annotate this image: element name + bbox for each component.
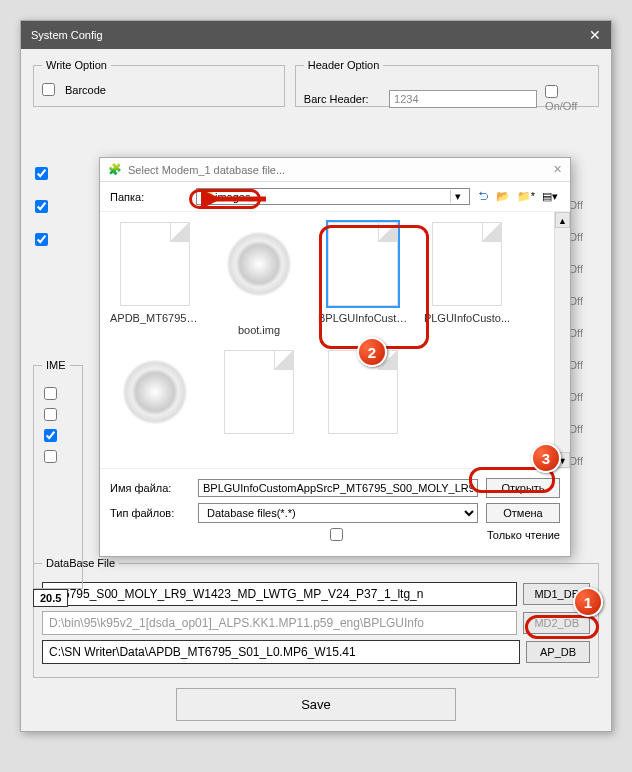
dialog-close-icon[interactable]: ✕ — [553, 163, 562, 176]
imei-c4[interactable] — [44, 450, 57, 463]
header-option-legend: Header Option — [304, 59, 384, 71]
file-item[interactable]: boot.img — [214, 222, 304, 336]
annotation-badge-2: 2 — [357, 337, 387, 367]
barc-header-input[interactable] — [389, 90, 537, 108]
database-file-group: DataBase File MD1_DB MD2_DB AP_DB — [33, 557, 599, 678]
annotation-badge-1: 1 — [573, 587, 603, 617]
folder-label: Папка: — [110, 191, 190, 203]
opt-check-2[interactable] — [35, 200, 48, 213]
file-scrollbar[interactable]: ▲ ▼ — [554, 212, 570, 468]
ap-db-button[interactable]: AP_DB — [526, 641, 590, 663]
dialog-title: Select Modem_1 database file... — [128, 164, 285, 176]
window-title: System Config — [31, 29, 103, 41]
ap-path-input[interactable] — [42, 640, 520, 664]
md2-path-input — [42, 611, 517, 635]
open-button[interactable]: Открыть — [486, 478, 560, 498]
file-item[interactable]: APDB_MT6795_S... — [110, 222, 200, 336]
filetype-select[interactable]: Database files(*.*) — [198, 503, 478, 523]
write-option-group: Write Option Barcode — [33, 59, 285, 107]
filename-label: Имя файла: — [110, 482, 190, 494]
barc-header-label: Barc Header: — [304, 93, 381, 105]
imei-c2[interactable] — [44, 408, 57, 421]
newfolder-icon[interactable]: 📁* — [517, 190, 535, 202]
barcode-checkbox[interactable] — [42, 83, 55, 96]
file-item[interactable] — [214, 350, 304, 464]
imei-value: 20.5 — [33, 589, 68, 607]
close-icon[interactable]: ✕ — [589, 27, 601, 43]
annotation-badge-3: 3 — [531, 443, 561, 473]
file-list[interactable]: APDB_MT6795_S... boot.img BPLGUInfoCusto… — [100, 211, 570, 469]
write-option-legend: Write Option — [42, 59, 111, 71]
file-item[interactable] — [318, 350, 408, 464]
imei-c3[interactable] — [44, 429, 57, 442]
cancel-button[interactable]: Отмена — [486, 503, 560, 523]
file-item[interactable] — [110, 350, 200, 464]
md1-path-input[interactable] — [42, 582, 517, 606]
file-dialog: 🧩 Select Modem_1 database file... ✕ Папк… — [99, 157, 571, 557]
file-item[interactable]: PLGUInfoCusto... — [422, 222, 512, 336]
filetype-label: Тип файлов: — [110, 507, 190, 519]
back-icon[interactable]: ⮌ — [478, 190, 489, 202]
annotation-arrow — [201, 187, 271, 211]
readonly-label: Только чтение — [487, 529, 560, 541]
up-icon[interactable]: 📂 — [496, 190, 510, 202]
header-option-group: Header Option Barc Header: On/Off — [295, 59, 599, 107]
opt-check-3[interactable] — [35, 233, 48, 246]
filename-input[interactable] — [198, 479, 478, 497]
opt-check-1[interactable] — [35, 167, 48, 180]
md2-db-button: MD2_DB — [523, 612, 590, 634]
file-item-selected[interactable]: BPLGUInfoCusto... — [318, 222, 408, 336]
dialog-toolbar: ⮌ 📂 📁* ▤▾ — [476, 190, 560, 203]
onoff-0[interactable]: On/Off — [545, 85, 590, 112]
imei-group: IME 20.5 — [33, 359, 83, 599]
scroll-up-icon[interactable]: ▲ — [555, 212, 570, 228]
titlebar: System Config ✕ — [21, 21, 611, 49]
save-button[interactable]: Save — [176, 688, 456, 721]
dialog-app-icon: 🧩 — [108, 163, 122, 176]
imei-c1[interactable] — [44, 387, 57, 400]
system-config-window: System Config ✕ Write Option Barcode Hea… — [20, 20, 612, 732]
chevron-down-icon[interactable]: ▾ — [450, 190, 465, 203]
barcode-label: Barcode — [65, 84, 106, 96]
views-icon[interactable]: ▤▾ — [542, 190, 558, 202]
readonly-checkbox[interactable] — [198, 528, 475, 541]
